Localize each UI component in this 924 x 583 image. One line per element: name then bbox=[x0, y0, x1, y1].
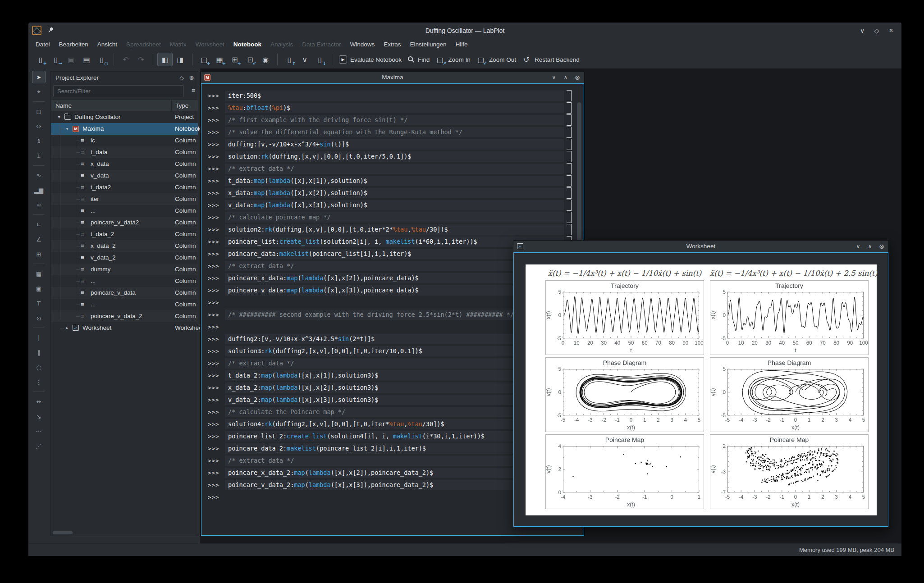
new-matrix-button[interactable]: ⊞+ bbox=[227, 53, 242, 66]
menu-ansicht[interactable]: Ansicht bbox=[93, 39, 122, 50]
code-cell[interactable]: /* calculate poincare map */ bbox=[225, 212, 564, 223]
color-theme-button[interactable]: ◉ bbox=[258, 53, 273, 66]
minimize-subwindow-icon[interactable]: ∨ bbox=[551, 74, 557, 81]
xy-curve-tool-icon[interactable]: ∿ bbox=[32, 169, 46, 182]
search-filter-input[interactable] bbox=[53, 85, 184, 97]
restore-subwindow-icon[interactable]: ∧ bbox=[867, 243, 873, 250]
menu-extras[interactable]: Extras bbox=[379, 39, 405, 50]
tree-row-maxima[interactable]: ▾MMaximaNotebook bbox=[51, 123, 198, 135]
close-window-icon[interactable]: × bbox=[887, 27, 895, 35]
code-cell[interactable]: iter:500$ bbox=[225, 91, 564, 101]
titlebar[interactable]: Duffing Oscillator — LabPlot ∨ ◇ × bbox=[28, 23, 901, 39]
export-dropdown-chevron[interactable]: ∨ bbox=[297, 53, 312, 66]
new-notebook-button[interactable]: ▢+ bbox=[197, 53, 212, 66]
expander-icon[interactable]: ▾ bbox=[56, 111, 62, 123]
restore-subwindow-icon[interactable]: ∧ bbox=[563, 74, 569, 81]
tree-row-poincare-v-data-2[interactable]: ≡poincare_v_data_2Column bbox=[51, 310, 198, 322]
axis-tool-icon[interactable]: ∟ bbox=[32, 218, 46, 231]
menu-bearbeiten[interactable]: Bearbeiten bbox=[55, 39, 93, 50]
code-cell[interactable]: /* solve the differential equation with … bbox=[225, 127, 564, 137]
worksheet-titlebar[interactable]: Worksheet ∨ ∧ ⊗ bbox=[513, 241, 888, 252]
open-project-button[interactable]: ▯→ bbox=[48, 53, 64, 66]
code-cell[interactable]: /* extract data */ bbox=[225, 164, 564, 174]
tree-row-poincare-v-data2[interactable]: ≡poincare_v_data2Column bbox=[51, 217, 198, 228]
phase-diagram-plot-2[interactable] bbox=[710, 357, 869, 432]
histogram-tool-icon[interactable]: ▂▆ bbox=[32, 184, 46, 196]
zoom-x-select-tool-icon[interactable]: ⇔ bbox=[32, 120, 46, 132]
code-cell[interactable]: solution:rk(duffing,[x,v],[0,0],[t,0,ite… bbox=[225, 151, 564, 162]
legend-tool-icon[interactable]: ∠ bbox=[32, 233, 46, 246]
tree-row-dummy[interactable]: ≡dummyColumn bbox=[51, 264, 198, 275]
minimize-subwindow-icon[interactable]: ∨ bbox=[855, 243, 861, 250]
maximize-window-icon[interactable]: ◇ bbox=[873, 27, 881, 35]
code-cell[interactable]: %tau:bfloat(%pi)$ bbox=[225, 103, 564, 113]
trajectory-plot-2[interactable] bbox=[710, 280, 869, 355]
trajectory-plot-1[interactable] bbox=[545, 280, 704, 355]
float-panel-icon[interactable]: ◇ bbox=[177, 72, 186, 84]
tree-row-x-data[interactable]: ≡x_dataColumn bbox=[51, 158, 198, 170]
explorer-horizontal-scrollbar[interactable] bbox=[51, 531, 198, 535]
code-cell[interactable]: solution2:rk(duffing,[x,v],[0,0],[t,0,it… bbox=[225, 224, 564, 235]
close-panel-icon[interactable]: ⊗ bbox=[187, 72, 196, 84]
tree-row-[interactable]: ≡...Column bbox=[51, 299, 198, 310]
export-button[interactable]: ▯↑ bbox=[282, 53, 297, 66]
tree-row-x-data-2[interactable]: ≡x_data_2Column bbox=[51, 240, 198, 252]
shade-window-icon[interactable]: ∨ bbox=[858, 27, 866, 35]
tree-row-duffing-oscillator[interactable]: ▾Duffing OscillatorProject bbox=[51, 111, 198, 123]
toggle-project-explorer-button[interactable]: ◧ bbox=[157, 53, 173, 66]
close-subwindow-icon[interactable]: ⊗ bbox=[574, 74, 581, 81]
fit-curve-tool-icon[interactable]: ≈ bbox=[32, 199, 46, 211]
move-tool-icon[interactable]: ↔ bbox=[32, 395, 46, 408]
more-tools-2-icon[interactable]: ⋰ bbox=[32, 440, 46, 452]
tree-row-ic[interactable]: ≡icColumn bbox=[51, 135, 198, 146]
code-cell[interactable]: v_data:map(lambda([x],x[3]),solution)$ bbox=[225, 200, 564, 210]
zoom-in-button[interactable]: ▢↗Zoom In bbox=[432, 53, 473, 66]
zoom-select-tool-icon[interactable]: ◻ bbox=[32, 105, 46, 118]
print-preview-button[interactable]: ▯○ bbox=[94, 53, 110, 66]
code-cell[interactable]: duffing:[v,-v/10+x-x^3/4+sin(t)]$ bbox=[225, 139, 564, 150]
poincare-map-plot-2[interactable] bbox=[710, 434, 869, 509]
tree-row-t-data2[interactable]: ≡t_data2Column bbox=[51, 182, 198, 193]
menu-windows[interactable]: Windows bbox=[346, 39, 380, 50]
plot-area-tool-icon[interactable]: ⊞ bbox=[32, 248, 46, 260]
info-element-tool-icon[interactable]: ◌ bbox=[32, 361, 46, 373]
import-from-file-button[interactable]: ⊡↙ bbox=[242, 53, 258, 66]
menu-hilfe[interactable]: Hilfe bbox=[451, 39, 472, 50]
tree-row-t-data-2[interactable]: ≡t_data_2Column bbox=[51, 228, 198, 240]
shift-tool-icon[interactable]: ↘ bbox=[32, 410, 46, 423]
more-tools-1-icon[interactable]: ⋯ bbox=[32, 425, 46, 437]
menu-notebook[interactable]: Notebook bbox=[229, 39, 266, 50]
equation-label-1[interactable]: ẍ(t) = −1/4x³(t) + x(t) − 1/10ẋ(t) + sin… bbox=[545, 269, 704, 278]
column-header-name[interactable]: Name bbox=[55, 100, 72, 112]
code-cell[interactable]: /* first example with the driving force … bbox=[225, 115, 564, 125]
find-button[interactable]: Find bbox=[404, 53, 432, 66]
evaluate-notebook-button[interactable]: ▶Evaluate Notebook bbox=[336, 53, 404, 66]
cursor-tool-icon[interactable]: ⌶ bbox=[32, 150, 46, 162]
tree-column-headers[interactable]: Name Type bbox=[51, 100, 198, 111]
tree-row-poincare-v-data[interactable]: ≡poincare_v_dataColumn bbox=[51, 287, 198, 299]
spreadsheet-tool-icon[interactable]: ▦ bbox=[32, 267, 46, 280]
menu-einstellungen[interactable]: Einstellungen bbox=[406, 39, 451, 50]
code-cell[interactable]: x_data:map(lambda([x],x[2]),solution)$ bbox=[225, 188, 564, 198]
text-label-tool-icon[interactable]: T bbox=[32, 297, 46, 310]
zoom-out-button[interactable]: ▢↙Zoom Out bbox=[473, 53, 519, 66]
tree-row-t-data[interactable]: ≡t_dataColumn bbox=[51, 146, 198, 158]
custom-point-tool-icon[interactable]: ⊙ bbox=[32, 312, 46, 324]
maxima-titlebar[interactable]: M Maxima ∨ ∧ ⊗ bbox=[201, 72, 584, 83]
tree-row-worksheet[interactable]: ▸WorksheetWorksheet bbox=[51, 322, 198, 334]
select-tool-icon[interactable]: ➤ bbox=[32, 71, 46, 83]
expander-icon[interactable]: ▸ bbox=[64, 322, 70, 334]
expander-icon[interactable]: ▾ bbox=[64, 123, 70, 135]
crosshair-tool-icon[interactable]: ⌖ bbox=[32, 86, 46, 98]
new-project-button[interactable]: ▯+ bbox=[33, 53, 48, 66]
image-tool-icon[interactable]: ▣ bbox=[32, 282, 46, 295]
tree-row-[interactable]: ≡...Column bbox=[51, 275, 198, 287]
reference-line-tool-icon[interactable]: ∣ bbox=[32, 331, 46, 344]
filter-options-icon[interactable]: ≡ bbox=[192, 87, 195, 94]
code-cell[interactable]: t_data:map(lambda([x],x[1]),solution)$ bbox=[225, 176, 564, 186]
tree-row-[interactable]: ≡...Column bbox=[51, 205, 198, 217]
restart-backend-button[interactable]: ↺Restart Backend bbox=[519, 53, 582, 66]
column-header-type[interactable]: Type bbox=[171, 100, 188, 112]
zoom-y-select-tool-icon[interactable]: ⇕ bbox=[32, 135, 46, 147]
tree-row-v-data[interactable]: ≡v_dataColumn bbox=[51, 170, 198, 182]
